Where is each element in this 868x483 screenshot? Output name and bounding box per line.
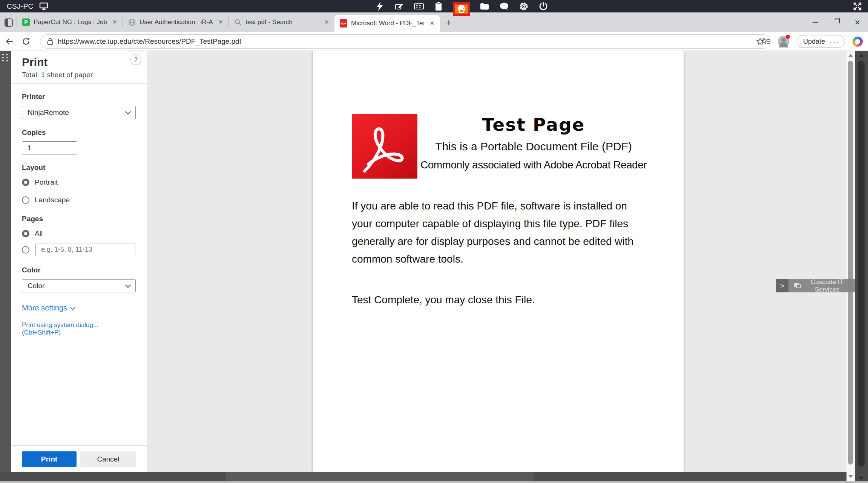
url-text[interactable]: https://www.cte.iup.edu/cte/Resources/PD… [58, 37, 751, 46]
tab-title: User Authentication : iR-ADV C38 [140, 18, 213, 26]
layout-portrait-option[interactable]: Portrait [22, 178, 136, 186]
printer-selected-value: NinjaRemote [28, 109, 69, 117]
quick-actions-icon[interactable] [374, 1, 385, 12]
overlay-expand-chevron[interactable]: > [776, 279, 788, 292]
notification-dot [786, 35, 790, 39]
copilot-icon[interactable] [853, 37, 863, 47]
print-dialog: Print ? Total: 1 sheet of paper Printer … [11, 51, 147, 473]
pdf-heading: Test Page [415, 114, 652, 135]
copies-input[interactable] [22, 141, 77, 154]
profile-avatar[interactable] [778, 36, 789, 47]
pdf-subheading-1: This is a Portable Document File (PDF) [415, 140, 652, 153]
pdf-subheading-2: Commonly associated with Adobe Acrobat R… [403, 159, 664, 171]
remote-toolbar: CSJ-PC [0, 0, 868, 12]
new-tab-button[interactable]: + [443, 17, 454, 28]
url-field[interactable]: https://www.cte.iup.edu/cte/Resources/PD… [40, 34, 771, 49]
cancel-button[interactable]: Cancel [80, 451, 136, 467]
radio-selected-icon[interactable] [22, 179, 29, 186]
help-icon: ? [134, 57, 138, 63]
clipboard-icon[interactable] [433, 1, 444, 12]
overlay-label: Cascade IT Services [801, 278, 855, 293]
cascade-it-services-overlay[interactable]: > Cascade IT Services [776, 279, 855, 292]
edit-icon[interactable] [394, 1, 405, 12]
tab-close-icon[interactable]: × [110, 18, 119, 26]
chat-icon[interactable] [499, 1, 509, 12]
print-dialog-title: Print [22, 56, 48, 69]
scroll-down-arrow-icon[interactable] [848, 475, 853, 478]
layout-landscape-option[interactable]: Landscape [22, 196, 136, 204]
tab-papercut-job-log[interactable]: P PaperCut NG : Logs : Job Log × [17, 12, 123, 32]
printer-icon[interactable] [453, 2, 470, 16]
printer-label: Printer [22, 93, 136, 101]
window-minimize-button[interactable] [805, 15, 826, 30]
tab-actions-icon[interactable] [5, 18, 13, 27]
keyboard-icon[interactable] [414, 1, 424, 12]
preview-scrollbar[interactable] [847, 51, 855, 481]
remote-toolbar-actions [374, 0, 549, 12]
window-controls: × [805, 12, 868, 32]
browser-tab-strip: P PaperCut NG : Logs : Job Log × User Au… [0, 12, 868, 32]
print-button[interactable]: Print [22, 451, 77, 467]
refresh-icon[interactable] [20, 36, 32, 47]
search-favicon [234, 18, 242, 26]
monitors-icon [794, 283, 801, 289]
lock-icon[interactable] [47, 38, 53, 45]
radio-unselected-icon[interactable] [22, 246, 29, 254]
pages-all-option[interactable]: All [22, 229, 136, 238]
browser-menu-icon[interactable]: ··· [830, 40, 839, 43]
tab-user-authentication[interactable]: User Authentication : iR-ADV C38 × [123, 12, 229, 32]
monitor-icon[interactable] [38, 1, 49, 12]
system-dialog-link[interactable]: Print using system dialog... (Ctrl+Shift… [22, 321, 136, 336]
pdf-preview-page: Test Page This is a Portable Document Fi… [313, 51, 684, 472]
scrollbar-thumb[interactable] [848, 61, 853, 465]
pages-range-input[interactable] [35, 243, 135, 256]
dimmed-page-left-edge [0, 51, 11, 483]
color-selected-value: Color [28, 282, 44, 290]
drag-handle-icon [2, 54, 9, 61]
tab-title: PaperCut NG : Logs : Job Log [34, 18, 107, 26]
dimmed-page-bottom-border [0, 481, 868, 483]
browser-viewport: Print ? Total: 1 sheet of paper Printer … [0, 51, 868, 483]
browser-address-bar: https://www.cte.iup.edu/cte/Resources/PD… [0, 32, 868, 51]
pdf-favicon: PDF [340, 19, 347, 28]
window-restore-button[interactable] [826, 15, 847, 30]
pages-label: Pages [22, 215, 136, 223]
color-select[interactable]: Color [22, 279, 136, 292]
favorites-list-icon[interactable] [761, 37, 770, 46]
tab-title: Microsoft Word - PDF_TestPage.d [351, 20, 424, 27]
pdf-closing-line: Test Complete, you may close this File. [352, 294, 535, 306]
scroll-down-arrow-icon [859, 477, 864, 480]
print-preview-area: Test Page This is a Portable Document Fi… [147, 51, 847, 472]
print-total-sheets: Total: 1 sheet of paper [22, 71, 93, 79]
tab-close-icon[interactable]: × [428, 19, 436, 28]
folder-icon[interactable] [479, 1, 490, 12]
scroll-up-arrow-icon[interactable] [848, 54, 853, 57]
radio-selected-icon[interactable] [22, 230, 29, 237]
color-label: Color [22, 266, 136, 274]
scroll-up-arrow-icon [859, 54, 864, 57]
power-icon[interactable] [538, 1, 549, 12]
pdf-body-paragraph: If you are able to read this PDF file, s… [352, 197, 650, 268]
computer-name: CSJ-PC [7, 2, 33, 11]
tab-search-results[interactable]: test pdf - Search × [229, 12, 334, 32]
printer-select[interactable]: NinjaRemote [22, 106, 136, 119]
chevron-down-icon [125, 282, 131, 288]
fullscreen-icon[interactable] [852, 1, 863, 12]
tab-close-icon[interactable]: × [322, 18, 331, 26]
settings-gear-icon[interactable] [518, 1, 529, 12]
copies-label: Copies [22, 128, 136, 137]
window-close-button[interactable]: × [847, 15, 868, 30]
tab-title: test pdf - Search [245, 18, 319, 26]
more-settings-link[interactable]: More settings [22, 304, 136, 312]
help-button[interactable]: ? [130, 54, 141, 65]
tab-pdf-testpage-active[interactable]: PDF Microsoft Word - PDF_TestPage.d × [334, 15, 440, 32]
radio-unselected-icon[interactable] [22, 196, 29, 204]
papercut-favicon: P [22, 18, 30, 26]
update-button[interactable]: Update ··· [797, 35, 845, 48]
pages-custom-option[interactable] [22, 243, 136, 256]
scrollbar-thumb [858, 61, 865, 467]
dimmed-page-bottom-edge [0, 472, 847, 481]
globe-favicon [128, 18, 136, 26]
back-icon[interactable] [4, 36, 15, 47]
tab-close-icon[interactable]: × [216, 18, 225, 26]
